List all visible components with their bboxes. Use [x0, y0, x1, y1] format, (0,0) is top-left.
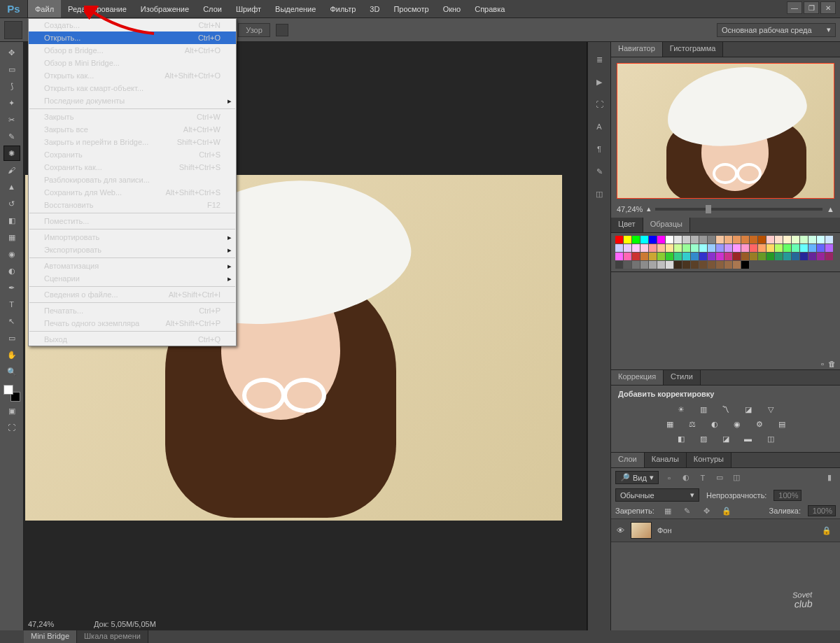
- swatch[interactable]: [800, 253, 808, 260]
- swatch[interactable]: [691, 244, 699, 252]
- history-icon[interactable]: ≣: [593, 53, 606, 66]
- swatch[interactable]: [632, 244, 640, 252]
- swatch[interactable]: [741, 244, 749, 252]
- file-menu-item[interactable]: Создать...Ctrl+N: [29, 19, 236, 31]
- swatch[interactable]: [716, 253, 724, 260]
- swatch[interactable]: [649, 261, 657, 269]
- filter-shape-icon[interactable]: ▭: [713, 472, 726, 484]
- swatch[interactable]: [657, 236, 665, 243]
- swatch[interactable]: [624, 244, 631, 252]
- swatch[interactable]: [758, 244, 766, 252]
- file-menu-item[interactable]: Закрыть и перейти в Bridge...Shift+Ctrl+…: [29, 136, 236, 148]
- swatch[interactable]: [640, 244, 648, 252]
- tab-swatches[interactable]: Образцы: [643, 218, 690, 232]
- swatch[interactable]: [792, 244, 799, 252]
- lock-all-icon[interactable]: 🔒: [720, 504, 733, 517]
- actions-icon[interactable]: ▶: [593, 76, 606, 88]
- character-icon[interactable]: A: [593, 120, 606, 133]
- blur-tool[interactable]: ◉: [4, 246, 20, 262]
- gradient-tool[interactable]: ▦: [4, 229, 20, 245]
- swatch[interactable]: [682, 261, 690, 269]
- swatch[interactable]: [657, 261, 665, 269]
- swatch[interactable]: [649, 253, 657, 260]
- swatch[interactable]: [691, 261, 699, 269]
- gradient-map-icon[interactable]: ▬: [742, 434, 755, 444]
- dodge-tool[interactable]: ◐: [4, 263, 20, 278]
- selective-color-icon[interactable]: ◫: [764, 434, 777, 444]
- lookup-icon[interactable]: ▤: [776, 420, 788, 429]
- quickmask-tool[interactable]: ▣: [4, 403, 20, 418]
- swatch[interactable]: [766, 244, 774, 252]
- swatch[interactable]: [649, 236, 657, 243]
- menu-просмотр[interactable]: Просмотр: [386, 0, 435, 17]
- trash-icon[interactable]: 🗑: [828, 360, 836, 368]
- invert-icon[interactable]: ◧: [675, 434, 687, 444]
- file-menu-item[interactable]: Печатать...Ctrl+P: [29, 304, 236, 317]
- swatch[interactable]: [750, 253, 757, 260]
- swatch[interactable]: [825, 244, 833, 252]
- zoom-out-icon[interactable]: ▴: [647, 204, 651, 213]
- properties-icon[interactable]: ⛶: [593, 98, 606, 111]
- stamp-tool[interactable]: ▲: [4, 179, 20, 195]
- swatch[interactable]: [808, 253, 816, 260]
- swatch[interactable]: [775, 253, 783, 260]
- mixer-icon[interactable]: ⚙: [753, 420, 766, 429]
- swatch[interactable]: [733, 253, 741, 260]
- swatch[interactable]: [750, 236, 757, 243]
- brightness-icon[interactable]: ☀: [675, 405, 687, 414]
- swatch[interactable]: [632, 236, 640, 243]
- crop-tool[interactable]: ✂: [4, 112, 20, 127]
- vibrance-icon[interactable]: ▽: [764, 405, 777, 414]
- file-menu-item[interactable]: Поместить...: [29, 215, 236, 227]
- zoom-level[interactable]: 47,24%: [28, 620, 54, 628]
- swatch[interactable]: [615, 236, 623, 243]
- clone-icon[interactable]: ◫: [593, 188, 606, 200]
- swatch[interactable]: [699, 244, 707, 252]
- wand-tool[interactable]: ✦: [4, 95, 20, 111]
- filter-image-icon[interactable]: ▫: [663, 472, 676, 484]
- swatch[interactable]: [800, 236, 808, 243]
- file-menu-item[interactable]: Импортировать: [29, 231, 236, 243]
- menu-3d[interactable]: 3D: [363, 0, 386, 17]
- color-swatches[interactable]: [4, 385, 20, 402]
- tab-histogram[interactable]: Гистограмма: [663, 42, 724, 57]
- fill-value[interactable]: 100%: [808, 505, 836, 516]
- curves-icon[interactable]: 〽: [720, 405, 732, 414]
- file-menu-item[interactable]: Экспортировать: [29, 243, 236, 256]
- minimize-button[interactable]: —: [787, 1, 802, 14]
- swatch[interactable]: [624, 236, 631, 243]
- swatch[interactable]: [708, 236, 715, 243]
- workspace-picker[interactable]: Основная рабочая среда▾: [717, 23, 836, 37]
- tab-timeline[interactable]: Шкала времени: [77, 630, 148, 643]
- blend-mode[interactable]: Обычные▾: [615, 488, 699, 502]
- lock-trans-icon[interactable]: ▦: [662, 504, 674, 517]
- levels-icon[interactable]: ▥: [697, 405, 710, 414]
- swatch[interactable]: [624, 253, 631, 260]
- swatch[interactable]: [724, 253, 732, 260]
- photo-filter-icon[interactable]: ◉: [731, 420, 743, 429]
- swatch[interactable]: [708, 244, 715, 252]
- eraser-tool[interactable]: ◧: [4, 213, 20, 228]
- healing-tool[interactable]: ✺: [4, 146, 20, 161]
- swatch[interactable]: [758, 236, 766, 243]
- swatch[interactable]: [825, 253, 833, 260]
- swatch[interactable]: [666, 244, 673, 252]
- brush-tool[interactable]: 🖌: [4, 162, 20, 178]
- screenmode-tool[interactable]: ⛶: [4, 420, 20, 435]
- swatch[interactable]: [750, 244, 757, 252]
- swatch[interactable]: [699, 253, 707, 260]
- swatch[interactable]: [724, 236, 732, 243]
- file-menu-item[interactable]: ВыходCtrl+Q: [29, 333, 236, 346]
- file-menu-item[interactable]: Открыть...Ctrl+O: [29, 31, 236, 44]
- filter-type-icon[interactable]: T: [696, 472, 709, 484]
- filter-smart-icon[interactable]: ◫: [730, 472, 743, 484]
- file-menu-item[interactable]: Открыть как смарт-объект...: [29, 82, 236, 94]
- tab-channels[interactable]: Каналы: [645, 453, 687, 467]
- swatch[interactable]: [783, 236, 791, 243]
- swatch[interactable]: [808, 244, 816, 252]
- hand-tool[interactable]: ✋: [4, 347, 20, 362]
- tab-color[interactable]: Цвет: [611, 218, 643, 232]
- shape-tool[interactable]: ▭: [4, 330, 20, 346]
- lasso-tool[interactable]: ⟆: [4, 78, 20, 94]
- swatch[interactable]: [666, 253, 673, 260]
